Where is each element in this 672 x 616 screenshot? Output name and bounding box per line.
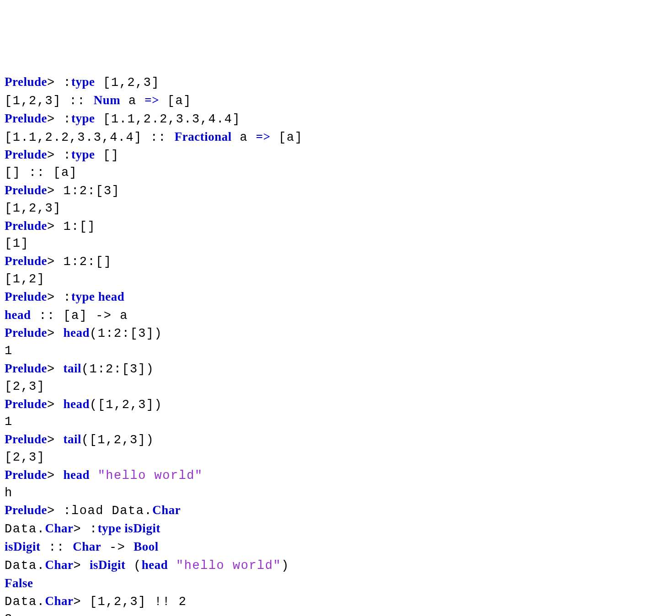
- code-segment: Prelude: [5, 183, 47, 197]
- code-segment: > :: [74, 522, 98, 536]
- code-segment: [1.1,2.2,3.3,4.4]: [95, 112, 241, 126]
- code-line: [2,3]: [5, 449, 667, 467]
- code-segment: > :: [47, 76, 71, 90]
- code-segment: "hello world": [176, 559, 281, 573]
- code-segment: Char: [45, 521, 74, 535]
- code-segment: 1: [5, 415, 13, 429]
- code-segment: =>: [256, 130, 271, 143]
- code-segment: > :: [47, 112, 71, 126]
- code-segment: type head: [71, 290, 124, 303]
- code-segment: Prelude: [5, 290, 47, 303]
- code-segment: 1: [5, 344, 13, 358]
- code-line: Prelude> head([1,2,3]): [5, 396, 667, 414]
- code-segment: type: [71, 112, 95, 125]
- code-segment: Data.: [5, 595, 45, 609]
- code-line: Prelude> :type head: [5, 288, 667, 307]
- code-segment: > :load Data.: [47, 504, 152, 518]
- code-line: [1.1,2.2,3.3,4.4] :: Fractional a => [a]: [5, 128, 667, 147]
- code-line: [1,2,3]: [5, 200, 667, 218]
- code-segment: Char: [152, 503, 181, 517]
- code-segment: =>: [144, 93, 159, 107]
- code-segment: [1,2,3] ::: [5, 94, 94, 108]
- code-segment: Data.: [5, 559, 45, 573]
- code-line: Prelude> 1:2:[3]: [5, 182, 667, 200]
- code-segment: [1]: [5, 237, 29, 250]
- code-line: [2,3]: [5, 378, 667, 396]
- code-line: [1,2]: [5, 271, 667, 288]
- code-segment: [1,2]: [5, 272, 45, 286]
- code-segment: Prelude: [5, 361, 47, 375]
- code-segment: (: [125, 559, 141, 573]
- code-segment: > 1:2:[3]: [47, 184, 120, 198]
- code-line: 1: [5, 414, 667, 431]
- code-line: Prelude> :type [1,2,3]: [5, 74, 667, 92]
- code-line: Prelude> 1:[]: [5, 218, 667, 236]
- code-segment: head: [5, 308, 31, 322]
- code-segment: [2,3]: [5, 380, 45, 393]
- code-line: Prelude> head(1:2:[3]): [5, 324, 667, 343]
- code-segment: Bool: [133, 540, 159, 553]
- code-segment: Prelude: [5, 112, 47, 125]
- code-segment: >: [47, 362, 63, 376]
- code-segment: [1,2,3]: [5, 202, 61, 215]
- code-block: Prelude> :type [1,2,3][1,2,3] :: Num a =…: [5, 74, 667, 616]
- code-segment: ): [281, 559, 289, 573]
- code-line: [1]: [5, 235, 667, 253]
- code-segment: >: [47, 469, 63, 483]
- code-segment: type: [71, 75, 95, 89]
- code-segment: Prelude: [5, 219, 47, 233]
- code-line: isDigit :: Char -> Bool: [5, 538, 667, 557]
- code-segment: tail: [63, 432, 81, 446]
- code-segment: type: [71, 148, 95, 161]
- code-segment: []: [95, 149, 119, 162]
- code-segment: tail: [63, 361, 81, 375]
- code-segment: type isDigit: [98, 521, 160, 535]
- code-segment: ([1,2,3]): [90, 398, 162, 412]
- code-line: Prelude> tail([1,2,3]): [5, 431, 667, 449]
- code-segment: > 1:[]: [47, 220, 96, 234]
- code-segment: a: [120, 94, 144, 108]
- code-segment: >: [74, 559, 90, 573]
- code-segment: isDigit: [5, 540, 41, 553]
- code-segment: head: [142, 558, 168, 572]
- code-segment: Char: [45, 558, 74, 572]
- code-line: Prelude> :type [1.1,2.2,3.3,4.4]: [5, 110, 667, 128]
- code-line: 1: [5, 343, 667, 360]
- code-segment: Char: [73, 540, 101, 553]
- code-segment: Prelude: [5, 432, 47, 446]
- code-line: 3: [5, 611, 667, 616]
- code-segment: head: [63, 326, 90, 340]
- code-line: h: [5, 485, 667, 502]
- code-segment: a: [232, 131, 256, 144]
- code-line: Data.Char> :type isDigit: [5, 520, 667, 538]
- code-segment: Prelude: [5, 148, 47, 161]
- code-segment: Prelude: [5, 326, 47, 340]
- code-line: Prelude> head "hello world": [5, 467, 667, 485]
- code-segment: > :: [47, 149, 71, 162]
- code-segment: head: [63, 397, 90, 411]
- code-segment: [90, 469, 98, 483]
- code-segment: ([1,2,3]): [81, 433, 154, 447]
- code-segment: [a]: [271, 131, 303, 144]
- code-line: [] :: [a]: [5, 165, 667, 182]
- code-segment: Prelude: [5, 397, 47, 411]
- code-segment: Prelude: [5, 75, 47, 89]
- code-segment: > [1,2,3] !! 2: [74, 595, 187, 609]
- code-segment: isDigit: [90, 558, 126, 572]
- code-segment: > :: [47, 291, 71, 304]
- code-segment: Num: [94, 93, 121, 107]
- code-line: Prelude> :type []: [5, 146, 667, 165]
- code-segment: Prelude: [5, 503, 47, 517]
- code-segment: >: [47, 398, 63, 412]
- code-line: Prelude> tail(1:2:[3]): [5, 360, 667, 378]
- code-segment: ::: [41, 541, 73, 554]
- code-segment: (1:2:[3]): [81, 362, 154, 376]
- code-segment: :: [a] -> a: [31, 309, 128, 323]
- code-segment: [] :: [a]: [5, 166, 77, 180]
- code-line: [1,2,3] :: Num a => [a]: [5, 92, 667, 110]
- code-segment: >: [47, 433, 63, 447]
- code-segment: "hello world": [98, 469, 203, 483]
- code-segment: head: [63, 468, 90, 482]
- code-segment: [1.1,2.2,3.3,4.4] ::: [5, 131, 175, 144]
- code-line: head :: [a] -> a: [5, 307, 667, 325]
